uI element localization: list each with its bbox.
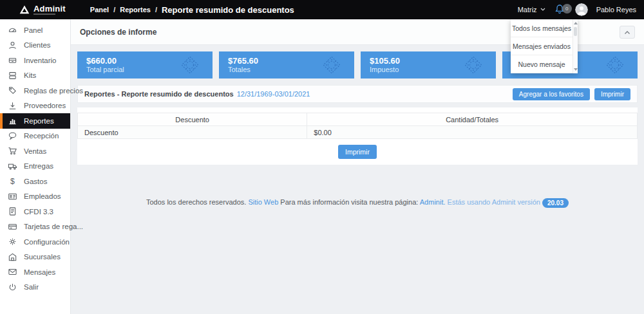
diamond-gear-icon — [179, 54, 201, 76]
sidebar-item-label: Gastos — [24, 178, 47, 185]
sidebar-item-reportes[interactable]: Reportes — [0, 113, 70, 129]
user-icon — [8, 41, 17, 50]
user-avatar-icon — [575, 3, 588, 16]
download-icon — [8, 101, 17, 111]
breadcrumb-separator: / — [155, 6, 157, 14]
breadcrumb-reportes[interactable]: Reportes — [120, 6, 151, 14]
svg-text:$: $ — [10, 177, 15, 186]
branch-selector-label: Matriz — [518, 6, 537, 14]
credit-card-icon — [8, 222, 17, 232]
footer-site-link[interactable]: Sitio Web — [248, 198, 278, 206]
column-header-descuento: Descuento — [78, 113, 307, 126]
stacked-boxes-icon — [8, 71, 17, 80]
avatar[interactable] — [575, 3, 588, 16]
footer-version-text: Estás usando Adminit versión — [448, 198, 540, 206]
scroll-down-arrow-icon — [574, 68, 578, 71]
sidebar-item-cfdi[interactable]: CFDI 3.3 — [0, 204, 70, 219]
sidebar-item-label: Reglas de precios — [24, 87, 83, 95]
breadcrumb-panel[interactable]: Panel — [90, 6, 109, 14]
branch-selector[interactable]: Matriz — [518, 6, 545, 14]
sidebar-item-inventario[interactable]: Inventario — [0, 53, 70, 68]
sidebar-item-proveedores[interactable]: Proveedores — [0, 98, 70, 114]
report-table: Descuento Cantidad/Totales Descuento $0.… — [77, 113, 638, 139]
print-row: Imprimir — [77, 145, 638, 159]
sidebar-item-clientes[interactable]: Clientes — [0, 38, 70, 53]
sidebar-item-gastos[interactable]: $ Gastos — [0, 174, 70, 189]
sidebar-item-salir[interactable]: Salir — [0, 280, 70, 295]
topbar-right: Matriz 0 Pablo Reyes — [518, 3, 644, 16]
sidebar-item-label: Reportes — [24, 117, 54, 125]
sidebar-item-mensajes[interactable]: Mensajes — [0, 264, 70, 280]
logo-text: Adminit — [33, 5, 66, 12]
column-header-cantidad-totales: Cantidad/Totales — [307, 113, 638, 126]
sidebar-item-tarjetas-de-regalo[interactable]: Tarjetas de rega... — [0, 219, 70, 235]
envelope-icon — [8, 267, 17, 277]
logo-tagline — [33, 14, 55, 15]
sidebar-item-recepcion[interactable]: Recepción — [0, 129, 70, 144]
sidebar-item-label: Tarjetas de rega... — [24, 223, 83, 230]
notification-badge: 0 — [562, 4, 572, 14]
report-table-panel: Descuento Cantidad/Totales Descuento $0.… — [77, 107, 638, 165]
sidebar-item-configuracion[interactable]: Configuración — [0, 234, 70, 250]
dropdown-item-todos-los-mensajes[interactable]: Todos los mensajes — [511, 19, 578, 37]
add-to-favorites-button[interactable]: Agregar a los favoritos — [513, 88, 590, 100]
summary-card-totales: $765.60 Totales — [219, 51, 354, 78]
table-row: Descuento $0.00 — [78, 126, 638, 139]
sidebar-item-entregas[interactable]: Entregas — [0, 159, 70, 174]
user-name[interactable]: Pablo Reyes — [596, 6, 636, 14]
power-icon — [8, 282, 17, 292]
report-actions: Agregar a los favoritos Imprimir — [513, 88, 630, 100]
summary-card-total-parcial: $660.00 Total parcial — [77, 51, 213, 78]
sidebar-item-label: Salir — [24, 283, 39, 291]
diamond-gear-icon — [462, 54, 484, 76]
footer-rights-text: Todos los derechos reservados. — [146, 198, 246, 206]
notifications-bell-button[interactable]: 0 — [554, 3, 567, 16]
dropdown-item-nuevo-mensaje[interactable]: Nuevo mensaje — [511, 55, 578, 73]
box-icon — [8, 55, 17, 65]
dropdown-scrollbar[interactable] — [573, 19, 578, 73]
sidebar-item-label: Ventas — [24, 147, 46, 155]
print-button-top[interactable]: Imprimir — [594, 88, 630, 100]
sidebar-item-empleados[interactable]: Empleados — [0, 189, 70, 205]
sidebar-item-label: Clientes — [24, 41, 51, 49]
sidebar-item-label: Sucursales — [24, 253, 61, 261]
sidebar-item-label: CFDI 3.3 — [24, 208, 53, 216]
gauge-icon — [8, 25, 17, 35]
summary-card-impuesto: $105.60 Impuesto — [361, 51, 496, 78]
breadcrumb: Panel / Reportes / Reporte resumido de d… — [90, 5, 294, 15]
sidebar-item-panel[interactable]: Panel — [0, 23, 70, 38]
dropdown-item-mensajes-enviados[interactable]: Mensajes enviados — [511, 37, 578, 55]
diamond-gear-icon — [321, 54, 343, 76]
topbar: Adminit Panel / Reportes / Reporte resum… — [0, 0, 644, 19]
sidebar-item-label: Empleados — [24, 192, 61, 200]
cell-cantidad: $0.00 — [307, 126, 638, 139]
sidebar-item-label: Kits — [24, 71, 36, 79]
cart-icon — [8, 146, 17, 156]
dollar-icon: $ — [8, 176, 17, 186]
version-badge: 20.03 — [542, 198, 569, 208]
chevron-up-icon — [624, 30, 630, 35]
scroll-up-arrow-icon — [574, 22, 578, 24]
footer: Todos los derechos reservados. Sitio Web… — [71, 198, 644, 208]
breadcrumb-current-page: Reporte resumido de descuentos — [162, 5, 294, 15]
sidebar: Panel Clientes Inventario Kits Reglas de… — [0, 19, 71, 314]
options-bar-title: Opciones de informe — [80, 28, 156, 37]
tag-icon — [8, 86, 17, 95]
sidebar-item-reglas-de-precios[interactable]: Reglas de precios — [0, 83, 70, 98]
collapse-options-button[interactable] — [620, 26, 635, 39]
app-logo[interactable]: Adminit — [19, 5, 66, 15]
footer-brand-link[interactable]: Adminit. — [420, 198, 446, 206]
sidebar-item-ventas[interactable]: Ventas — [0, 143, 70, 159]
document-icon — [8, 207, 17, 216]
report-title: Reportes - Reporte resumido de descuento… — [84, 90, 234, 98]
sidebar-item-kits[interactable]: Kits — [0, 68, 70, 84]
print-button-bottom[interactable]: Imprimir — [338, 145, 377, 159]
date-range-link[interactable]: 12/31/1969-03/01/2021 — [237, 90, 310, 98]
sidebar-item-label: Panel — [24, 26, 43, 34]
id-card-icon — [8, 192, 17, 201]
triangle-logo-icon — [19, 5, 30, 14]
sidebar-item-label: Recepción — [24, 132, 59, 140]
store-icon — [8, 252, 17, 262]
sidebar-item-sucursales[interactable]: Sucursales — [0, 250, 70, 265]
report-header-bar: Reportes - Reporte resumido de descuento… — [77, 85, 638, 103]
